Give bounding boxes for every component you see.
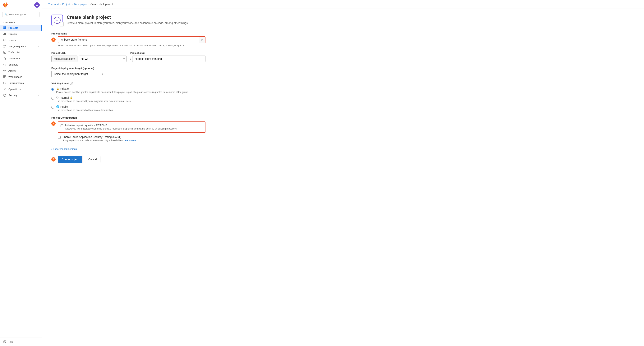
sidebar-item-projects[interactable]: Projects [0, 25, 42, 31]
svg-rect-16 [4, 77, 4, 78]
sidebar-item-todo-list[interactable]: To-Do List [0, 49, 42, 55]
step-3-badge: 3 [51, 157, 56, 161]
project-slug-label: Project slug [130, 51, 206, 54]
svg-point-9 [4, 47, 4, 47]
sidebar-toggle-icon[interactable]: ☰ [22, 2, 28, 8]
sast-option-wrap: Enable Static Application Security Testi… [58, 135, 206, 142]
new-item-icon[interactable]: + [28, 2, 34, 8]
sast-learn-more-link[interactable]: Learn more. [124, 139, 136, 142]
sast-checkbox[interactable] [58, 136, 60, 139]
search-placeholder: Search or go to... [8, 13, 28, 16]
project-name-hint: Must start with a lowercase or uppercase… [58, 44, 206, 47]
readme-checkbox-content: Initialize repository with a README Allo… [65, 124, 177, 130]
sidebar-item-security[interactable]: Security › [0, 92, 42, 98]
help-label: Help [8, 341, 13, 343]
svg-point-19 [4, 89, 5, 90]
sidebar-item-environments[interactable]: Environments [0, 80, 42, 86]
todo-list-icon [3, 50, 6, 54]
visibility-private-label: Private [60, 87, 69, 90]
visibility-section: Visibility Level ? 🔒 Private Project acc… [51, 82, 206, 112]
workspaces-label: Workspaces [8, 75, 22, 78]
action-row: 3 Create project Cancel [51, 156, 206, 163]
visibility-internal-content: 🛡 Internal 🔒 The project can be accessed… [56, 96, 131, 103]
experimental-settings-link[interactable]: › Experimental settings [51, 148, 206, 150]
sidebar-item-workspaces[interactable]: Workspaces [0, 74, 42, 80]
project-url-label: Project URL [51, 51, 126, 54]
activity-icon [3, 69, 6, 72]
step-1-badge: 1 [51, 37, 56, 42]
breadcrumb-new-project[interactable]: New project [74, 3, 88, 5]
sidebar-item-issues[interactable]: Issues [0, 37, 42, 43]
deployment-section: Project deployment target (optional) Sel… [51, 67, 206, 77]
snippets-icon [3, 63, 6, 66]
svg-rect-1 [5, 26, 6, 27]
svg-point-4 [4, 33, 5, 34]
merge-requests-label: Merge requests [8, 45, 26, 48]
environments-icon [3, 81, 6, 85]
issues-icon [3, 38, 6, 42]
visibility-internal-option: 🛡 Internal 🔒 The project can be accessed… [51, 96, 206, 103]
svg-rect-17 [5, 77, 6, 78]
deployment-select[interactable]: Select the deployment target [51, 71, 105, 77]
help-circle-icon: ? [3, 340, 6, 344]
gitlab-logo-icon[interactable] [2, 2, 8, 8]
breadcrumb-sep-2: / [72, 3, 73, 5]
url-namespace-select[interactable]: fcj-ws [79, 55, 126, 62]
project-slug-input[interactable] [132, 55, 206, 62]
sidebar-item-activity[interactable]: Activity [0, 68, 42, 74]
visibility-help-icon[interactable]: ? [70, 82, 73, 85]
url-row: https://gitlab.com/ fcj-ws ▾ [51, 55, 126, 62]
project-name-suffix-icon: ⇄ [199, 36, 206, 43]
visibility-public-radio[interactable] [51, 106, 54, 109]
issues-label: Issues [8, 39, 16, 41]
help-item[interactable]: ? Help [3, 340, 39, 344]
create-project-button[interactable]: Create project [58, 156, 82, 163]
breadcrumb-projects[interactable]: Projects [62, 3, 71, 5]
url-prefix: https://gitlab.com/ [51, 55, 78, 62]
svg-rect-2 [4, 28, 4, 29]
sidebar: ☰ + A 🔍 Search or go to... Your work Pro… [0, 0, 42, 346]
svg-point-8 [4, 45, 4, 46]
security-label: Security [8, 94, 18, 97]
content-area: + Create blank project Create a blank pr… [42, 8, 215, 169]
security-icon [3, 93, 6, 97]
sidebar-item-operations[interactable]: Operations [0, 86, 42, 92]
page-header: + Create blank project Create a blank pr… [51, 14, 206, 26]
search-bar[interactable]: 🔍 Search or go to... [2, 12, 40, 17]
security-arrow-icon: › [38, 94, 39, 96]
visibility-private-content: 🔒 Private Project access must be granted… [56, 87, 188, 94]
project-name-input[interactable] [58, 36, 199, 43]
sidebar-item-milestones[interactable]: Milestones [0, 55, 42, 61]
project-icon: + [51, 14, 63, 26]
environments-label: Environments [8, 82, 24, 84]
main-content: Your work / Projects / New project / Cre… [42, 0, 644, 346]
project-page-icon [60, 22, 64, 26]
groups-label: Groups [8, 32, 17, 35]
your-work-label: Your work [0, 19, 42, 25]
visibility-private-radio[interactable] [51, 88, 54, 91]
breadcrumb-sep-3: / [88, 3, 89, 5]
project-name-label: Project name [51, 32, 206, 35]
page-title: Create blank project [67, 14, 188, 20]
visibility-internal-radio[interactable] [51, 97, 54, 100]
sast-checkbox-label: Enable Static Application Security Testi… [62, 135, 136, 138]
avatar[interactable]: A [34, 2, 40, 8]
svg-text:?: ? [4, 341, 5, 343]
todo-list-label: To-Do List [8, 51, 20, 54]
svg-rect-3 [5, 28, 6, 29]
operations-icon [3, 87, 6, 91]
svg-rect-15 [5, 75, 6, 77]
cancel-button[interactable]: Cancel [85, 156, 100, 163]
visibility-internal-label: Internal [60, 96, 69, 99]
sast-checkbox-desc: Analyze your source code for known secur… [62, 139, 136, 142]
svg-marker-18 [4, 82, 6, 84]
visibility-private-label-row: 🔒 Private [56, 87, 188, 90]
visibility-public-desc: The project can be accessed without any … [56, 109, 114, 112]
breadcrumb: Your work / Projects / New project / Cre… [42, 0, 644, 8]
sidebar-item-groups[interactable]: Groups [0, 31, 42, 37]
private-lock-icon: 🔒 [56, 87, 59, 90]
sidebar-item-snippets[interactable]: Snippets [0, 61, 42, 68]
readme-checkbox[interactable] [60, 124, 63, 127]
sidebar-item-merge-requests[interactable]: Merge requests › [0, 43, 42, 49]
breadcrumb-your-work[interactable]: Your work [48, 3, 59, 5]
